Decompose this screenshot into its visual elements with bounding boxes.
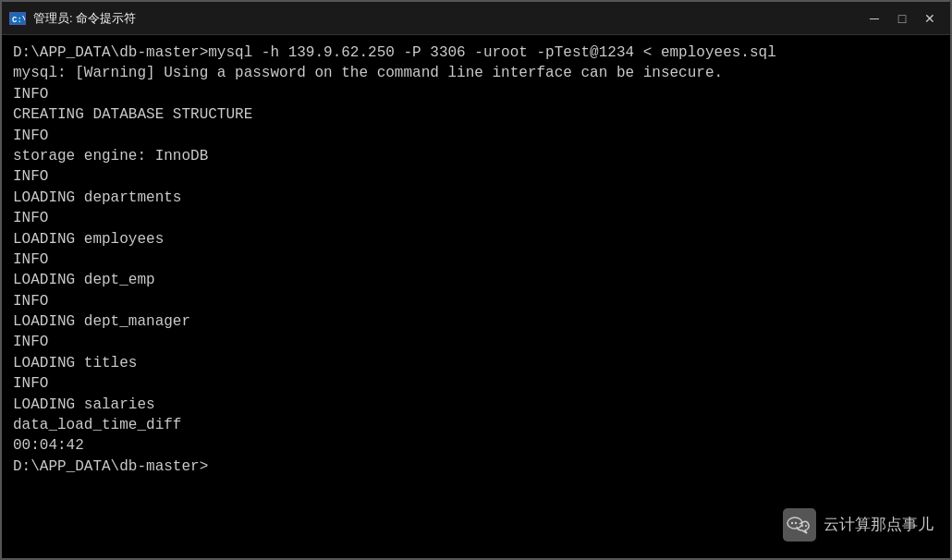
terminal-line: INFO [13,84,939,104]
window-controls: ─ □ ✕ [861,8,943,29]
terminal-line: LOADING departments [13,188,939,208]
terminal-line: LOADING titles [13,353,939,373]
terminal-line: D:\APP_DATA\db-master> [13,457,939,477]
svg-point-4 [791,522,793,524]
minimize-button[interactable]: ─ [861,8,887,29]
terminal-line: LOADING salaries [13,395,939,415]
title-bar: C:\ 管理员: 命令提示符 ─ □ ✕ [2,2,950,35]
terminal-output[interactable]: D:\APP_DATA\db-master>mysql -h 139.9.62.… [2,35,950,558]
svg-text:C:\: C:\ [12,16,25,24]
terminal-line: INFO [13,373,939,394]
window-title: 管理员: 命令提示符 [33,10,861,27]
terminal-line: data_load_time_diff [13,415,939,435]
terminal-window: C:\ 管理员: 命令提示符 ─ □ ✕ D:\APP_DATA\db-mast… [0,0,952,560]
terminal-line: INFO [13,166,939,187]
watermark: 云计算那点事儿 [783,508,934,542]
svg-point-7 [805,525,807,527]
terminal-line: INFO [13,208,939,228]
terminal-line: LOADING employees [13,229,939,250]
svg-point-6 [801,525,803,527]
terminal-line: INFO [13,332,939,352]
terminal-line: CREATING DATABASE STRUCTURE [13,104,939,125]
maximize-button[interactable]: □ [889,8,915,29]
terminal-line: LOADING dept_manager [13,311,939,332]
terminal-line: mysql: [Warning] Using a password on the… [13,63,939,83]
watermark-text: 云计算那点事儿 [824,514,934,536]
terminal-line: LOADING dept_emp [13,270,939,290]
terminal-line: INFO [13,291,939,311]
terminal-line: D:\APP_DATA\db-master>mysql -h 139.9.62.… [13,43,939,63]
window-icon: C:\ [9,12,26,25]
terminal-line: storage engine: InnoDB [13,146,939,166]
terminal-line: INFO [13,250,939,270]
svg-point-5 [795,522,797,524]
terminal-line: 00:04:42 [13,435,939,456]
close-button[interactable]: ✕ [917,8,943,29]
wechat-icon [783,508,816,542]
terminal-line: INFO [13,126,939,146]
